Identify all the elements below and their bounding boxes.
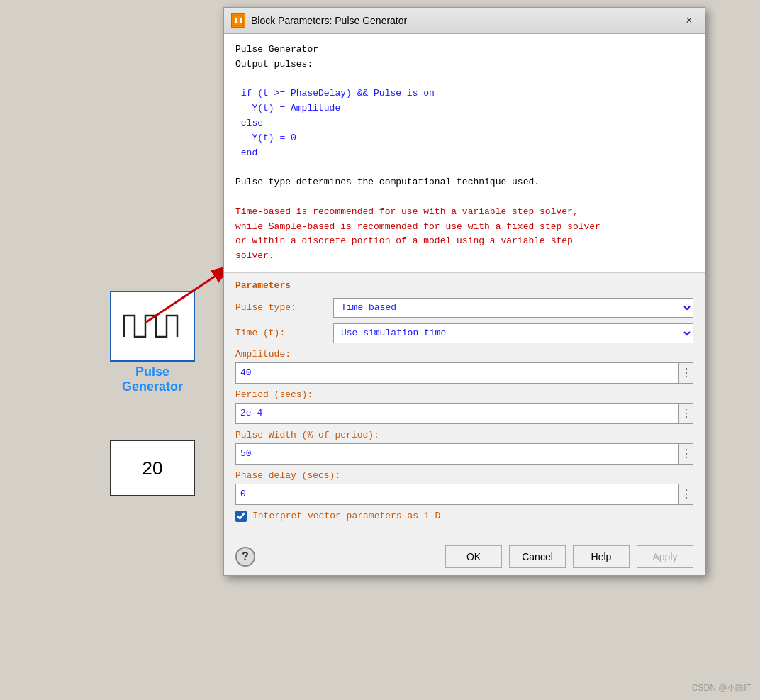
amplitude-label: Amplitude: [235, 349, 693, 360]
pulse-width-input-container: ⋮ [235, 443, 693, 465]
desc-code-2: Y(t) = Amplitude [235, 103, 340, 113]
number-block: 20 [110, 440, 195, 496]
dialog-titlebar: Block Parameters: Pulse Generator × [224, 8, 705, 34]
desc-line-2: Output pulses: [235, 59, 313, 70]
period-menu-button[interactable]: ⋮ [678, 404, 693, 423]
amplitude-input[interactable] [236, 363, 678, 383]
pulse-width-menu-button[interactable]: ⋮ [678, 444, 693, 464]
time-select[interactable]: Use simulation time Use external signal [333, 323, 693, 343]
svg-rect-3 [235, 18, 237, 23]
ok-button[interactable]: OK [445, 545, 502, 568]
dialog-title-left: Block Parameters: Pulse Generator [231, 13, 407, 28]
dialog-close-button[interactable]: × [681, 12, 698, 29]
period-input-container: ⋮ [235, 403, 693, 424]
cancel-button[interactable]: Cancel [509, 545, 566, 568]
dialog-app-icon [231, 13, 245, 28]
interpret-vector-row: Interpret vector parameters as 1-D [235, 511, 693, 522]
desc-code-3: else [235, 118, 263, 128]
number-block-value: 20 [142, 457, 163, 479]
interpret-vector-checkbox[interactable] [235, 511, 247, 522]
waveform-svg [121, 305, 184, 348]
interpret-vector-label: Interpret vector parameters as 1-D [252, 511, 440, 521]
dialog-footer: ? OK Cancel Help Apply [224, 538, 705, 575]
pulse-block-icon [110, 291, 195, 362]
pulse-generator-block[interactable]: PulseGenerator [110, 291, 195, 394]
help-icon[interactable]: ? [235, 547, 255, 567]
pulse-width-label: Pulse Width (% of period): [235, 430, 693, 440]
amplitude-menu-button[interactable]: ⋮ [678, 363, 693, 383]
phase-delay-input[interactable] [236, 484, 678, 504]
dialog-description-text: Pulse Generator Output pulses: if (t >= … [235, 43, 693, 264]
time-label: Time (t): [235, 328, 328, 338]
footer-left: ? [235, 547, 255, 567]
desc-time-based: Time-based is recommended for use with a… [235, 206, 600, 261]
svg-rect-4 [240, 18, 242, 23]
parameters-section: Parameters Pulse type: Time based Sample… [224, 273, 705, 538]
help-button[interactable]: Help [573, 545, 630, 568]
period-input[interactable] [236, 404, 678, 423]
desc-code-1: if (t >= PhaseDelay) && Pulse is on [235, 88, 435, 99]
desc-code-5: end [235, 148, 257, 158]
period-row: Period (secs): ⋮ [235, 389, 693, 424]
amplitude-input-container: ⋮ [235, 362, 693, 384]
pulse-width-input[interactable] [236, 444, 678, 464]
pulse-type-select[interactable]: Time based Sample based [333, 298, 693, 318]
pulse-block-label: PulseGenerator [122, 365, 183, 394]
pulse-type-label: Pulse type: [235, 302, 328, 313]
phase-delay-input-container: ⋮ [235, 484, 693, 505]
watermark: CSDN @小陈IT [692, 682, 751, 694]
desc-code-4: Y(t) = 0 [235, 133, 296, 143]
pulse-width-row: Pulse Width (% of period): ⋮ [235, 430, 693, 465]
params-header: Parameters [235, 280, 693, 291]
phase-delay-row: Phase delay (secs): ⋮ [235, 470, 693, 505]
apply-button[interactable]: Apply [637, 545, 693, 568]
amplitude-row: Amplitude: ⋮ [235, 349, 693, 384]
time-row: Time (t): Use simulation time Use extern… [235, 323, 693, 343]
phase-delay-label: Phase delay (secs): [235, 470, 693, 481]
desc-pulse-type: Pulse type determines the computational … [235, 177, 540, 187]
footer-buttons: OK Cancel Help Apply [445, 545, 693, 568]
desc-line-1: Pulse Generator [235, 44, 318, 55]
phase-delay-menu-button[interactable]: ⋮ [678, 484, 693, 504]
dialog-description-body: Pulse Generator Output pulses: if (t >= … [224, 34, 705, 273]
block-parameters-dialog: Block Parameters: Pulse Generator × Puls… [223, 7, 705, 576]
dialog-title-text: Block Parameters: Pulse Generator [251, 15, 407, 26]
pulse-type-row: Pulse type: Time based Sample based [235, 298, 693, 318]
period-label: Period (secs): [235, 389, 693, 400]
